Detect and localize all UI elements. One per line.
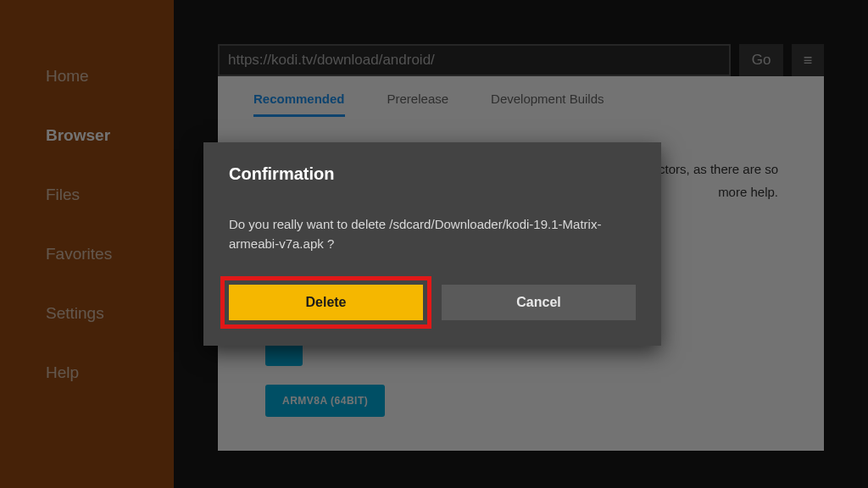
delete-button[interactable]: Delete <box>229 285 423 320</box>
dialog-message: Do you really want to delete /sdcard/Dow… <box>229 214 636 254</box>
delete-button-highlight: Delete <box>220 276 431 329</box>
dialog-title: Confirmation <box>229 164 636 184</box>
cancel-button[interactable]: Cancel <box>442 285 636 320</box>
confirmation-dialog: Confirmation Do you really want to delet… <box>203 142 661 346</box>
dialog-actions: Delete Cancel <box>229 285 636 320</box>
